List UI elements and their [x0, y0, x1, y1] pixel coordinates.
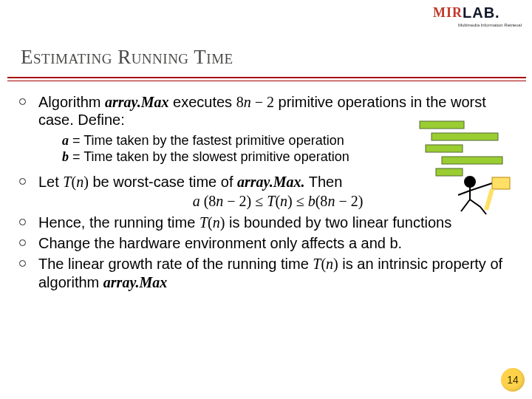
title-rule-thick: [7, 77, 526, 78]
page-number: 14: [507, 374, 519, 386]
title-rule-thin: [7, 81, 526, 81]
Tn: T: [63, 174, 71, 190]
logo-sub: Multimedia Information Retrieval: [433, 23, 522, 27]
bullet-list: Algorithm array.Max executes 8n − 2 prim…: [15, 93, 517, 291]
bullet-2: Let T(n) be worst-case time of array.Max…: [33, 173, 517, 211]
inequality: a (8n − 2) ≤ T(n) ≤ b(8n − 2): [38, 192, 517, 210]
bullet-5: The linear growth rate of the running ti…: [33, 255, 517, 291]
def-a: a = Time taken by the fastest primitive …: [62, 132, 517, 149]
def-b: b = Time taken by the slowest primitive …: [62, 149, 517, 166]
content-area: Algorithm array.Max executes 8n − 2 prim…: [15, 93, 517, 399]
bullet-4: Change the hardware environment only aff…: [33, 234, 517, 252]
expr-8n-2: 8n − 2: [236, 94, 274, 110]
bullet-1: Algorithm array.Max executes 8n − 2 prim…: [33, 93, 517, 166]
bullet-3: Hence, the running time T(n) is bounded …: [33, 214, 517, 231]
logo-mir: MIR: [433, 5, 463, 21]
logo: MIRLAB. Multimedia Information Retrieval: [433, 4, 522, 33]
logo-lab: LAB.: [463, 4, 500, 21]
slide-title: Estimating Running Time: [21, 46, 511, 69]
definitions: a = Time taken by the fastest primitive …: [62, 132, 517, 166]
page-number-badge: 14: [501, 368, 525, 392]
